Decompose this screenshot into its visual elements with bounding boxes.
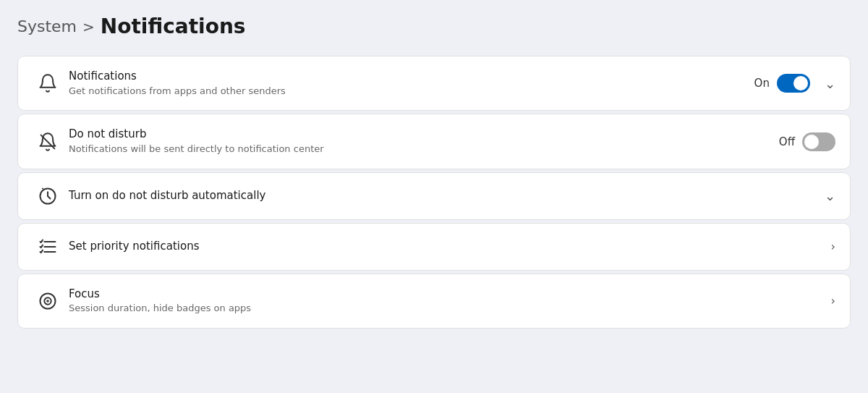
notifications-chevron-down-icon: ⌄ bbox=[825, 76, 835, 91]
priority-notifications-text: Set priority notifications bbox=[63, 240, 831, 254]
auto-dnd-card: Turn on do not disturb automatically ⌄ bbox=[17, 172, 851, 220]
focus-control: › bbox=[831, 294, 835, 308]
do-not-disturb-toggle[interactable] bbox=[802, 132, 835, 151]
do-not-disturb-toggle-label: Off bbox=[779, 135, 795, 148]
bell-off-icon bbox=[33, 132, 63, 152]
notifications-subtitle: Get notifications from apps and other se… bbox=[69, 85, 754, 98]
clock-icon bbox=[33, 186, 63, 206]
breadcrumb: System > Notifications bbox=[17, 14, 851, 38]
breadcrumb-system[interactable]: System bbox=[17, 17, 77, 35]
auto-dnd-text: Turn on do not disturb automatically bbox=[63, 189, 817, 203]
notifications-toggle-label: On bbox=[754, 77, 770, 90]
do-not-disturb-card: Do not disturb Notifications will be sen… bbox=[17, 114, 851, 169]
breadcrumb-separator: > bbox=[82, 18, 95, 35]
priority-notifications-row[interactable]: Set priority notifications › bbox=[18, 224, 850, 270]
settings-list: Notifications Get notifications from app… bbox=[17, 56, 851, 329]
notifications-toggle[interactable] bbox=[777, 74, 810, 93]
focus-icon bbox=[33, 291, 63, 311]
svg-point-8 bbox=[46, 300, 49, 303]
do-not-disturb-title: Do not disturb bbox=[69, 127, 779, 142]
notifications-text: Notifications Get notifications from app… bbox=[63, 69, 754, 97]
focus-row[interactable]: Focus Session duration, hide badges on a… bbox=[18, 274, 850, 328]
auto-dnd-row[interactable]: Turn on do not disturb automatically ⌄ bbox=[18, 173, 850, 219]
priority-notifications-title: Set priority notifications bbox=[69, 240, 831, 254]
focus-subtitle: Session duration, hide badges on apps bbox=[69, 303, 831, 315]
breadcrumb-current: Notifications bbox=[101, 14, 246, 38]
notifications-row[interactable]: Notifications Get notifications from app… bbox=[18, 56, 850, 110]
do-not-disturb-text: Do not disturb Notifications will be sen… bbox=[63, 127, 779, 155]
focus-card: Focus Session duration, hide badges on a… bbox=[17, 274, 851, 329]
priority-notifications-card: Set priority notifications › bbox=[17, 223, 851, 271]
sort-icon bbox=[33, 237, 63, 257]
notifications-control: On ⌄ bbox=[754, 74, 835, 93]
focus-text: Focus Session duration, hide badges on a… bbox=[63, 287, 831, 315]
notifications-title: Notifications bbox=[69, 69, 754, 84]
priority-notifications-control: › bbox=[831, 240, 835, 253]
do-not-disturb-control: Off bbox=[779, 132, 835, 151]
do-not-disturb-subtitle: Notifications will be sent directly to n… bbox=[69, 143, 779, 156]
auto-dnd-chevron-down-icon: ⌄ bbox=[825, 188, 835, 203]
notifications-card: Notifications Get notifications from app… bbox=[17, 56, 851, 111]
bell-icon bbox=[33, 73, 63, 93]
auto-dnd-title: Turn on do not disturb automatically bbox=[69, 189, 817, 203]
focus-chevron-right-icon: › bbox=[831, 294, 835, 308]
do-not-disturb-row[interactable]: Do not disturb Notifications will be sen… bbox=[18, 114, 850, 168]
focus-title: Focus bbox=[69, 287, 831, 302]
auto-dnd-control: ⌄ bbox=[817, 188, 835, 203]
priority-notifications-chevron-right-icon: › bbox=[831, 240, 835, 253]
